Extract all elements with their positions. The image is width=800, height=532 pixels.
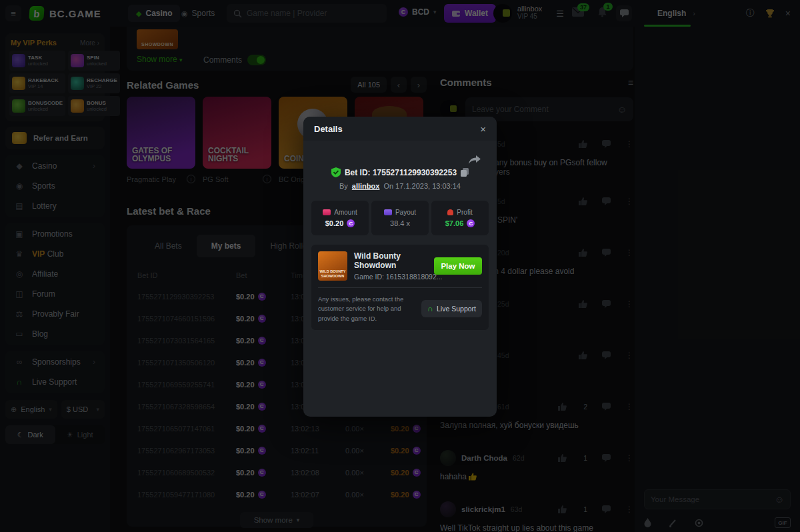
game-id-text: Game ID: 1615318818092... <box>354 273 443 281</box>
modal-title: Details <box>314 124 343 134</box>
stat-profit: Profit$7.06 C <box>431 201 489 235</box>
bet-author-link[interactable]: allinbox <box>352 182 380 190</box>
coin-icon: C <box>347 219 355 227</box>
share-button[interactable] <box>469 155 481 165</box>
support-note: Any issues, please contact the customer … <box>318 295 416 323</box>
coin-icon: C <box>467 219 475 227</box>
headset-icon: ∩ <box>427 304 433 313</box>
modal-close-button[interactable]: × <box>480 123 486 135</box>
verified-shield-icon <box>331 167 341 177</box>
copy-icon[interactable] <box>461 168 469 177</box>
divider <box>318 287 482 288</box>
game-thumbnail[interactable]: WILD BOUNTY SHOWDOWN <box>318 251 347 281</box>
bet-details-modal: Details × Bet ID: 1755271129930392253 By… <box>303 117 497 417</box>
stat-value: $7.06 C <box>445 219 475 227</box>
page: ≡ b BC.GAME ◆ Casino ◉ Sports C BCD ▾ Wa… <box>0 0 800 532</box>
cash-icon <box>323 209 331 215</box>
game-info-box: WILD BOUNTY SHOWDOWN Wild Bounty Showdow… <box>311 245 489 330</box>
bet-id-text: Bet ID: 1755271129930392253 <box>345 168 457 177</box>
stat-value: 38.4 x <box>390 219 410 227</box>
profit-icon <box>447 209 453 215</box>
card-icon <box>384 209 392 215</box>
stat-label: Profit <box>447 209 472 216</box>
play-now-button[interactable]: Play Now <box>434 257 482 275</box>
stat-label: Payout <box>384 209 416 216</box>
by-label: By <box>339 182 348 190</box>
stat-amount: Amount$0.20 C <box>311 201 369 235</box>
bet-stats-row: Amount$0.20 CPayout38.4 xProfit$7.06 C <box>311 201 489 235</box>
game-title: Wild Bounty Showdown <box>354 251 427 270</box>
bet-datetime: On 17.1.2023, 13:03:14 <box>383 182 461 190</box>
stat-value: $0.20 C <box>325 219 355 227</box>
live-support-button[interactable]: ∩ Live Support <box>421 300 482 317</box>
stat-label: Amount <box>323 209 357 216</box>
stat-payout: Payout38.4 x <box>371 201 429 235</box>
